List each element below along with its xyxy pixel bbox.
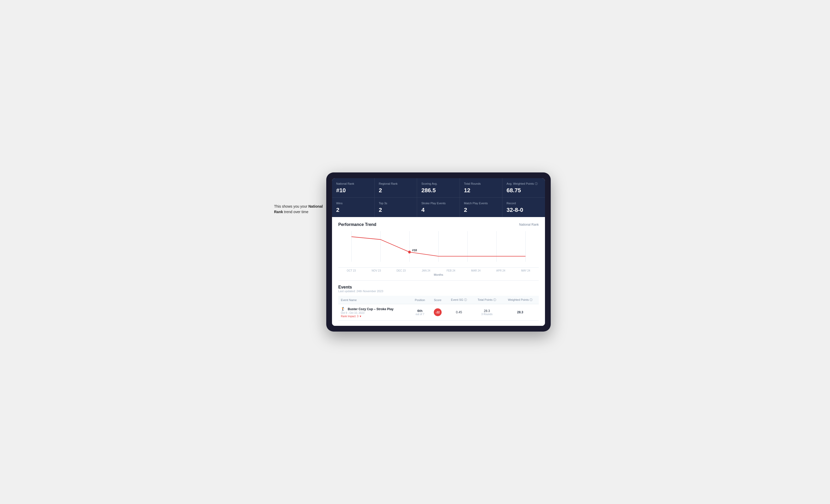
svg-text:#10: #10 <box>412 248 417 252</box>
stat-record-value: 32-8-0 <box>507 207 541 213</box>
x-label-feb24: FEB 24 <box>443 269 459 272</box>
event-name-main: Buster Cozy Cup – Stroke Play <box>348 307 393 311</box>
chart-x-labels: OCT 23 NOV 23 DEC 23 JAN 24 FEB 24 MAR 2… <box>338 269 539 272</box>
events-table: Event Name Position Score Event SG ⓘ Tot… <box>338 296 539 321</box>
stat-stroke-play-label: Stroke Play Events <box>421 201 455 205</box>
stat-scoring-avg-value: 286.5 <box>421 187 455 194</box>
x-label-nov23: NOV 23 <box>368 269 384 272</box>
stat-scoring-avg-label: Scoring Avg. <box>421 182 455 186</box>
tablet-device: National Rank #10 Regional Rank 2 Scorin… <box>326 172 551 332</box>
stat-national-rank: National Rank #10 <box>332 178 375 198</box>
th-score: Score <box>429 296 446 304</box>
table-header-row: Event Name Position Score Event SG ⓘ Tot… <box>338 296 539 304</box>
stat-top3s-label: Top 3s <box>379 201 413 205</box>
stat-avg-weighted-points: Avg. Weighted Points ⓘ 68.75 <box>503 178 545 198</box>
th-event-name: Event Name <box>338 296 410 304</box>
stat-regional-rank-value: 2 <box>379 187 413 194</box>
rank-impact: Rank Impact: 3 ▼ <box>341 315 408 318</box>
position-sub: out of 7 <box>413 313 427 316</box>
x-axis-title: Months <box>338 273 539 276</box>
x-label-may24: MAY 24 <box>518 269 534 272</box>
event-date: Oct 9 - Oct 10, 2023 <box>341 311 408 314</box>
event-type-icon: 🏌 <box>341 307 345 311</box>
stat-avg-weighted-points-label: Avg. Weighted Points ⓘ <box>507 182 541 186</box>
stat-regional-rank: Regional Rank 2 <box>375 178 417 198</box>
th-position: Position <box>410 296 429 304</box>
national-rank-chart-label: National Rank <box>519 223 539 227</box>
content-area: Performance Trend National Rank <box>332 217 545 326</box>
stats-header-row1: National Rank #10 Regional Rank 2 Scorin… <box>332 178 545 198</box>
stat-total-rounds-value: 12 <box>464 187 498 194</box>
weighted-points-value: 28.3 <box>517 310 523 314</box>
score-badge: -22 <box>434 308 442 316</box>
stat-top3s-value: 2 <box>379 207 413 213</box>
performance-trend-header: Performance Trend National Rank <box>338 222 539 227</box>
event-position-cell: 6th out of 7 <box>410 304 429 321</box>
position-value: 6th <box>413 309 427 313</box>
stat-national-rank-label: National Rank <box>336 182 370 186</box>
event-sg-value: 0.45 <box>456 310 462 314</box>
weighted-points-cell: 28.3 <box>502 304 539 321</box>
x-label-dec23: DEC 23 <box>393 269 409 272</box>
events-subtitle: Last updated: 24th November 2023 <box>338 290 539 293</box>
stat-regional-rank-label: Regional Rank <box>379 182 413 186</box>
stat-top3s: Top 3s 2 <box>375 198 417 217</box>
table-row: 🏌 Buster Cozy Cup – Stroke Play Oct 9 - … <box>338 304 539 321</box>
stat-match-play: Match Play Events 2 <box>460 198 503 217</box>
event-score-cell: -22 <box>429 304 446 321</box>
outer-wrapper: This shows you your National Rank trend … <box>277 172 553 332</box>
total-points-value: 28.3 <box>475 309 499 313</box>
svg-point-8 <box>408 251 411 254</box>
stat-total-rounds: Total Rounds 12 <box>460 178 503 198</box>
stat-stroke-play-value: 4 <box>421 207 455 213</box>
th-event-sg: Event SG ⓘ <box>446 296 472 304</box>
x-label-mar24: MAR 24 <box>468 269 484 272</box>
stat-avg-weighted-points-value: 68.75 <box>507 187 541 194</box>
annotation-text: This shows you your National Rank trend … <box>274 204 326 215</box>
annotation-part2: trend over time <box>283 210 308 214</box>
stat-scoring-avg: Scoring Avg. 286.5 <box>417 178 459 198</box>
events-title: Events <box>338 285 539 290</box>
tablet-screen: National Rank #10 Regional Rank 2 Scorin… <box>332 178 545 326</box>
total-points-cell: 28.3 3 Rounds <box>472 304 502 321</box>
events-section: Events Last updated: 24th November 2023 … <box>338 280 539 321</box>
x-label-jan24: JAN 24 <box>418 269 434 272</box>
performance-chart: #10 <box>338 231 539 268</box>
stat-match-play-value: 2 <box>464 207 498 213</box>
stat-national-rank-value: #10 <box>336 187 370 194</box>
stat-record-label: Record <box>507 201 541 205</box>
th-total-points: Total Points ⓘ <box>472 296 502 304</box>
stat-record: Record 32-8-0 <box>503 198 545 217</box>
stat-stroke-play: Stroke Play Events 4 <box>417 198 459 217</box>
chart-svg: #10 <box>338 231 539 267</box>
stat-total-rounds-label: Total Rounds <box>464 182 498 186</box>
th-weighted-points: Weighted Points ⓘ <box>502 296 539 304</box>
total-rounds: 3 Rounds <box>475 313 499 316</box>
stat-match-play-label: Match Play Events <box>464 201 498 205</box>
annotation-part1: This shows you your <box>274 204 309 208</box>
stat-wins-label: Wins <box>336 201 370 205</box>
performance-trend-title: Performance Trend <box>338 222 376 227</box>
event-name-cell: 🏌 Buster Cozy Cup – Stroke Play Oct 9 - … <box>338 304 410 321</box>
x-label-apr24: APR 24 <box>493 269 509 272</box>
x-label-oct23: OCT 23 <box>344 269 359 272</box>
stat-wins-value: 2 <box>336 207 370 213</box>
stats-header-row2: Wins 2 Top 3s 2 Stroke Play Events 4 Mat… <box>332 198 545 217</box>
stat-wins: Wins 2 <box>332 198 375 217</box>
event-sg-cell: 0.45 <box>446 304 472 321</box>
